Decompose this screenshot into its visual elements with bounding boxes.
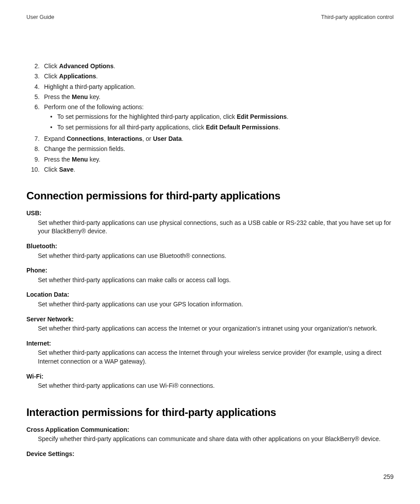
def-device-settings: Device Settings: (26, 450, 394, 459)
def-term: Server Network: (26, 315, 394, 324)
step-number: 5. (29, 92, 44, 101)
step-3: 3. Click Applications. (29, 72, 394, 81)
def-term: Device Settings: (26, 450, 394, 459)
step-6: 6. Perform one of the following actions:… (29, 103, 394, 133)
def-term: Cross Application Communication: (26, 426, 394, 434)
step-number: 3. (29, 72, 44, 81)
def-location-data: Location Data: Set whether third-party a… (26, 291, 394, 309)
def-server-network: Server Network: Set whether third-party … (26, 315, 394, 333)
def-term: Internet: (26, 339, 394, 348)
sub-action: • To set permissions for all third-party… (50, 123, 394, 132)
step-number: 2. (29, 62, 44, 70)
header-right: Third-party application control (321, 14, 394, 20)
step-body: Highlight a third-party application. (44, 82, 394, 91)
def-usb: USB: Set whether third-party application… (26, 209, 394, 236)
step-number: 7. (29, 134, 44, 143)
def-internet: Internet: Set whether third-party applic… (26, 339, 394, 366)
step-body: Expand Connections, Interactions, or Use… (44, 134, 394, 143)
def-phone: Phone: Set whether third-party applicati… (26, 266, 394, 284)
step-7: 7. Expand Connections, Interactions, or … (29, 134, 394, 143)
sub-actions: • To set permissions for the highlighted… (50, 112, 394, 132)
page: User Guide Third-party application contr… (0, 0, 420, 504)
step-10: 10. Click Save. (29, 165, 394, 174)
step-4: 4. Highlight a third-party application. (29, 82, 394, 91)
step-number: 10. (29, 165, 44, 174)
section-heading-interaction: Interaction permissions for third-party … (26, 406, 394, 419)
page-number: 259 (383, 473, 394, 480)
step-8: 8. Change the permission fields. (29, 144, 394, 153)
def-cross-app-comm: Cross Application Communication: Specify… (26, 426, 394, 444)
step-2: 2. Click Advanced Options. (29, 62, 394, 70)
step-number: 6. (29, 103, 44, 133)
def-wifi: Wi-Fi: Set whether third-party applicati… (26, 372, 394, 390)
bullet-icon: • (50, 123, 57, 132)
bullet-icon: • (50, 112, 57, 121)
step-number: 4. (29, 82, 44, 91)
def-desc: Set whether third-party applications can… (38, 324, 394, 333)
def-desc: Set whether third-party applications can… (38, 300, 394, 309)
def-term: USB: (26, 209, 394, 218)
def-desc: Set whether third-party applications can… (38, 252, 394, 261)
def-desc: Set whether third-party applications can… (38, 382, 394, 390)
connection-permissions-list: USB: Set whether third-party application… (26, 209, 394, 390)
def-term: Bluetooth: (26, 242, 394, 251)
step-body: Click Applications. (44, 72, 394, 81)
def-bluetooth: Bluetooth: Set whether third-party appli… (26, 242, 394, 260)
section-heading-connection: Connection permissions for third-party a… (26, 190, 394, 202)
def-term: Phone: (26, 266, 394, 275)
def-desc: Set whether third-party applications can… (38, 349, 394, 366)
header-left: User Guide (26, 14, 54, 20)
step-body: Change the permission fields. (44, 144, 394, 153)
step-5: 5. Press the Menu key. (29, 92, 394, 101)
sub-action: • To set permissions for the highlighted… (50, 112, 394, 121)
step-body: Click Advanced Options. (44, 62, 394, 70)
def-term: Wi-Fi: (26, 372, 394, 381)
def-desc: Specify whether third-party applications… (38, 435, 394, 444)
step-body: Press the Menu key. (44, 155, 394, 164)
step-number: 8. (29, 144, 44, 153)
step-body: Perform one of the following actions: • … (44, 103, 394, 133)
instruction-steps: 2. Click Advanced Options. 3. Click Appl… (29, 62, 394, 174)
step-body: Press the Menu key. (44, 92, 394, 101)
step-number: 9. (29, 155, 44, 164)
interaction-permissions-list: Cross Application Communication: Specify… (26, 426, 394, 459)
step-9: 9. Press the Menu key. (29, 155, 394, 164)
running-header: User Guide Third-party application contr… (26, 14, 394, 20)
def-term: Location Data: (26, 291, 394, 299)
def-desc: Set whether third-party applications can… (38, 276, 394, 285)
step-body: Click Save. (44, 165, 394, 174)
def-desc: Set whether third-party applications can… (38, 219, 394, 236)
